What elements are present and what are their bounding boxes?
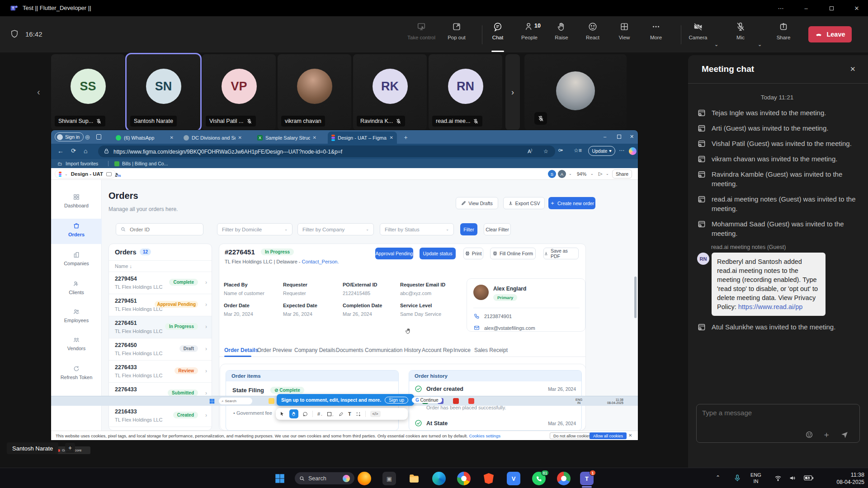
attach-plus-icon[interactable]: ＋	[822, 429, 830, 440]
chevron-down-icon[interactable]: ⌄	[569, 172, 572, 176]
share-button[interactable]: Share	[768, 22, 799, 40]
window-maximize-button[interactable]	[821, 0, 842, 16]
zoom-level[interactable]: 94%	[577, 171, 586, 177]
tray-mic-icon[interactable]	[733, 474, 741, 482]
frame-tool-icon[interactable]: #⌄	[317, 411, 323, 417]
file-explorer-icon[interactable]	[407, 472, 421, 485]
text-tool-icon[interactable]: T	[348, 411, 351, 417]
clear-filter-button[interactable]: Clear Filter	[484, 223, 511, 235]
browser-update-button[interactable]: Update ♥	[588, 146, 615, 156]
chrome-profile-icon[interactable]	[557, 472, 571, 485]
tab-company-details[interactable]: Company Details	[294, 347, 335, 353]
browser-workspaces-icon[interactable]: ◎	[85, 134, 90, 140]
taskbar-search-box[interactable]: Search	[295, 472, 354, 484]
shape-tool-icon[interactable]: ⌄	[327, 410, 334, 418]
people-button[interactable]: 10 People	[514, 22, 545, 40]
read-aloud-icon[interactable]: A)	[528, 148, 532, 154]
order-row[interactable]: 2279451 TL Flex Holdings LLC Approval Pe…	[109, 294, 212, 316]
chrome-icon[interactable]	[457, 472, 471, 485]
chat-button[interactable]: Chat	[482, 22, 513, 40]
tab-documents[interactable]: Documents	[336, 347, 363, 353]
tab-sales-receipt[interactable]: Sales Receipt	[474, 347, 508, 353]
filter-apply-button[interactable]: Filter	[460, 223, 477, 235]
order-id-input[interactable]	[129, 226, 192, 233]
bookmark-import-favorites[interactable]: Import favorites	[66, 161, 98, 166]
tiles-scroll-right-button[interactable]: ›	[505, 54, 520, 130]
print-button[interactable]: Print	[463, 248, 483, 259]
browser-tab-dc[interactable]: DC Divisions and Surroundings✕	[180, 131, 245, 144]
cookie-close-icon[interactable]: ✕	[628, 433, 632, 438]
video-tile[interactable]: SS Shivani Sup...	[51, 54, 125, 130]
video-tile[interactable]: RK Ravindra K...	[353, 54, 427, 130]
tab-invoice[interactable]: Invoice	[453, 347, 471, 353]
update-status-button[interactable]: Update status	[420, 248, 456, 259]
brave-icon[interactable]	[482, 472, 495, 485]
new-tab-icon[interactable]: ＋	[403, 133, 409, 141]
mic-chevron-icon[interactable]: ⌄	[758, 42, 762, 47]
tray-clock[interactable]: 11:3808-04-2025	[826, 471, 864, 486]
order-row[interactable]: 2279454 TL Flex Holdings LLC Complete ›	[109, 272, 212, 294]
refresh-icon[interactable]: ⟳	[71, 147, 76, 154]
browser-maximize-icon[interactable]	[617, 135, 621, 139]
chat-close-icon[interactable]: ✕	[850, 65, 856, 73]
allow-cookies-button[interactable]: Allow all cookies	[590, 432, 627, 439]
tab-communication-history[interactable]: Communication History	[365, 347, 421, 353]
sidebar-item-orders[interactable]: Orders	[51, 222, 102, 237]
chevron-down-icon[interactable]: ⌄	[606, 172, 609, 176]
sidebar-item-clients[interactable]: Clients	[51, 280, 102, 295]
tab-account-rep[interactable]: Account Rep	[422, 347, 453, 353]
tiles-scroll-left-icon[interactable]: ‹	[37, 87, 40, 97]
tab-order-preview[interactable]: Order Preview	[257, 347, 292, 353]
deny-cookies-button[interactable]: Do not allow cookies	[550, 432, 594, 439]
volume-icon[interactable]	[788, 474, 797, 482]
sidebar-item-dashboard[interactable]: Dashboard	[51, 193, 102, 208]
hand-tool-selected[interactable]	[289, 409, 298, 418]
comment-tool-icon[interactable]	[303, 412, 308, 417]
browser-signin-button[interactable]: Sign in	[55, 132, 84, 141]
presenter-video-tile[interactable]	[524, 54, 627, 130]
firefox-icon[interactable]	[358, 472, 371, 485]
tab-close-icon[interactable]: ✕	[390, 135, 393, 140]
browser-tab-figma-active[interactable]: Design - UAT – Figma✕	[328, 131, 397, 144]
react-button[interactable]: React	[577, 22, 608, 40]
mic-button[interactable]: Mic	[725, 22, 756, 40]
copilot-icon[interactable]	[629, 147, 637, 155]
save-as-pdf-button[interactable]: Save as PDF	[543, 248, 579, 259]
chevron-down-icon[interactable]: ⌄	[65, 172, 68, 176]
order-row-selected[interactable]: 2276451 TL Flex Holdings LLC In Progress…	[109, 316, 212, 338]
order-row[interactable]: 2216433 TL Flex Holdings LLC Created ›	[109, 405, 212, 427]
blue-app-icon[interactable]: V	[507, 472, 520, 485]
chat-message-list[interactable]: Today 11:21 Tejas Ingle was invited to t…	[688, 87, 868, 403]
present-play-icon[interactable]: ▷	[599, 171, 602, 177]
camera-chevron-icon[interactable]: ⌄	[714, 42, 718, 47]
presenter-add-button[interactable]: ＋	[65, 443, 75, 453]
banner-signup-button[interactable]: Sign up	[385, 397, 408, 404]
favorite-star-icon[interactable]: ☆	[543, 148, 548, 155]
banner-continue-google-button[interactable]: G Continue	[412, 397, 442, 403]
emoji-icon[interactable]	[805, 431, 813, 439]
order-id-search[interactable]	[116, 223, 203, 235]
vertical-tabs-icon[interactable]	[96, 134, 101, 140]
browser-menu-dots-icon[interactable]: ⋯	[619, 147, 624, 154]
create-new-order-button[interactable]: ＋ Create new order	[548, 197, 595, 209]
edge-icon[interactable]	[432, 472, 446, 485]
resources-tool-icon[interactable]	[356, 412, 361, 417]
video-tile-active-speaker[interactable]: SN Santosh Narate	[127, 54, 200, 130]
wifi-icon[interactable]	[774, 474, 782, 482]
video-tile[interactable]: vikram chavan	[278, 54, 351, 130]
browser-tab-excel[interactable]: X Sample Salary Structure with calc✕	[254, 131, 320, 144]
leave-button[interactable]: Leave	[808, 26, 852, 42]
filter-status-select[interactable]: Filter by Status⌄	[380, 223, 454, 235]
collaborator-avatar[interactable]: S	[548, 170, 556, 178]
filter-domicile-select[interactable]: Filter by Domicile⌄	[217, 223, 292, 235]
privacy-policy-link[interactable]: https://www.read.ai/pp	[738, 303, 803, 310]
battery-icon[interactable]	[804, 475, 813, 481]
move-cursor-icon[interactable]	[279, 411, 285, 417]
sidebar-item-employees[interactable]: Employees	[51, 308, 102, 323]
browser-close-icon[interactable]: ✕	[630, 134, 634, 140]
list-name-header[interactable]: Name ↓	[115, 263, 132, 269]
chat-compose-box[interactable]: ＋	[696, 404, 860, 443]
pen-tool-icon[interactable]	[339, 412, 344, 417]
video-tile[interactable]: RN read.ai mee...	[429, 54, 502, 130]
collaborator-avatar[interactable]: A	[558, 170, 566, 178]
